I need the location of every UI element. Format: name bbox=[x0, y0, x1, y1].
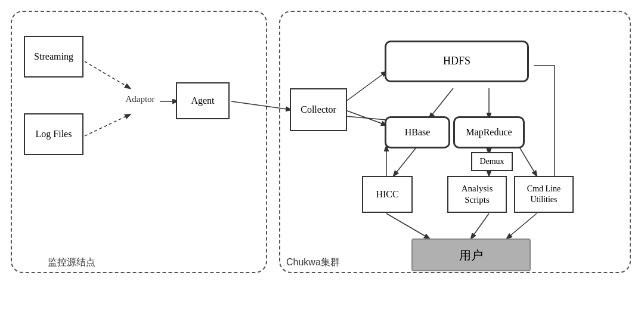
adaptor-label: Adaptor bbox=[119, 94, 161, 104]
hdfs-box: HDFS bbox=[385, 41, 529, 82]
svg-line-15 bbox=[507, 213, 537, 239]
left-region-label: 监控源结点 bbox=[48, 256, 95, 269]
user-box: 用户 bbox=[411, 239, 531, 271]
svg-line-13 bbox=[386, 213, 429, 239]
svg-line-4 bbox=[346, 72, 386, 101]
analysis-scripts-box: Analysis Scripts bbox=[447, 176, 507, 213]
svg-line-1 bbox=[85, 114, 130, 136]
svg-line-14 bbox=[471, 213, 489, 239]
svg-line-0 bbox=[85, 61, 130, 88]
svg-line-12 bbox=[519, 146, 537, 176]
diagram: Streaming Log Files Adaptor Agent Collec… bbox=[0, 0, 644, 319]
svg-line-3 bbox=[231, 101, 291, 110]
mapreduce-box: MapReduce bbox=[453, 116, 525, 148]
svg-line-7 bbox=[429, 88, 453, 118]
streaming-box: Streaming bbox=[24, 36, 83, 78]
hicc-box: HICC bbox=[362, 176, 413, 213]
svg-line-10 bbox=[394, 146, 417, 176]
log-files-box: Log Files bbox=[24, 113, 83, 155]
collector-box: Collector bbox=[290, 88, 347, 131]
right-region-label: Chukwa集群 bbox=[286, 256, 340, 269]
hbase-box: HBase bbox=[385, 116, 450, 148]
agent-box: Agent bbox=[176, 82, 230, 119]
demux-box: Demux bbox=[471, 152, 513, 171]
cmd-line-box: Cmd Line Utilities bbox=[514, 176, 574, 213]
